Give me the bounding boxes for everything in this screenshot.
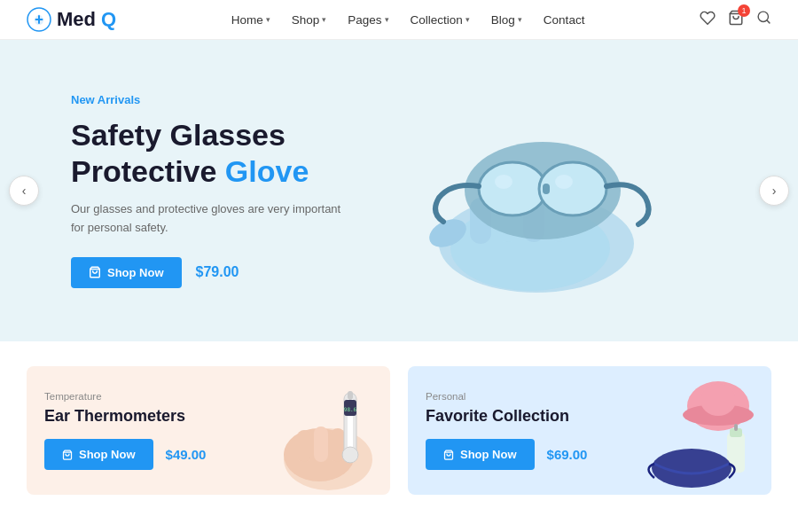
card-tag-thermometer: Temperature [44,391,231,402]
svg-point-16 [495,175,512,189]
card-actions-thermometer: Shop Now $49.00 [44,439,231,470]
hero-section: ‹ New Arrivals Safety Glasses Protective… [0,40,798,341]
nav-home[interactable]: Home ▾ [231,13,270,27]
card-title-collection: Favorite Collection [426,406,612,426]
chevron-down-icon: ▾ [466,15,470,24]
card-tag-collection: Personal [426,391,612,402]
hero-illustration [399,84,683,297]
svg-point-26 [342,447,358,463]
logo-text-med: Med [57,8,96,31]
chevron-down-icon: ▾ [518,15,522,24]
svg-point-13 [479,162,546,215]
svg-rect-22 [314,426,328,462]
chevron-down-icon: ▾ [322,15,326,24]
chevron-down-icon: ▾ [266,15,270,24]
thermometer-shop-button[interactable]: Shop Now [44,439,153,470]
chevron-down-icon: ▾ [385,15,389,24]
product-card-collection: Personal Favorite Collection Shop Now $6… [408,366,771,495]
cart-icon [89,266,101,278]
card-content-thermometer: Temperature Ear Thermometers Shop Now $4… [27,366,248,495]
nav-shop[interactable]: Shop ▾ [292,13,327,27]
nav-contact[interactable]: Contact [544,13,585,27]
collection-svg [630,366,771,495]
nav-collection[interactable]: Collection ▾ [411,13,470,27]
nav-blog[interactable]: Blog ▾ [491,13,522,27]
cart-badge: 1 [738,4,750,17]
cart-button[interactable]: 1 [728,10,744,30]
logo-text-q: Q [101,8,116,31]
header: MedQ Home ▾ Shop ▾ Pages ▾ Collection ▾ … [0,0,798,40]
hero-actions: Shop Now $79.00 [71,257,355,288]
svg-rect-21 [297,430,311,462]
svg-rect-15 [543,184,550,194]
cart-icon-small2 [443,450,454,460]
hero-price: $79.00 [196,264,239,280]
svg-rect-36 [734,424,738,431]
collection-image [630,366,771,495]
products-grid: Temperature Ear Thermometers Shop Now $4… [27,366,771,495]
hero-image-area [355,84,727,297]
card-actions-collection: Shop Now $69.00 [426,439,612,470]
collection-price: $69.00 [547,447,588,462]
products-section: Temperature Ear Thermometers Shop Now $4… [0,341,798,520]
product-card-thermometer: Temperature Ear Thermometers Shop Now $4… [27,366,390,495]
card-content-collection: Personal Favorite Collection Shop Now $6… [408,366,630,495]
wishlist-button[interactable] [700,10,716,29]
hero-next-button[interactable]: › [759,176,789,206]
cart-icon-small [62,450,73,460]
hero-title: Safety Glasses Protective Glove [71,117,355,190]
hero-description: Our glasses and protective gloves are ve… [71,200,355,238]
svg-rect-27 [348,391,353,400]
svg-line-3 [767,20,770,23]
main-nav: Home ▾ Shop ▾ Pages ▾ Collection ▾ Blog … [231,13,585,27]
logo[interactable]: MedQ [27,7,116,32]
svg-point-17 [555,175,573,189]
svg-point-33 [700,384,736,416]
logo-icon [27,7,51,32]
hero-shop-button[interactable]: Shop Now [71,257,182,288]
hero-tag: New Arrivals [71,93,355,106]
header-icons: 1 [700,10,771,30]
search-button[interactable] [756,10,771,29]
thermometer-image: 98.6 [248,366,390,495]
collection-shop-button[interactable]: Shop Now [426,439,535,470]
svg-text:98.6: 98.6 [344,406,357,412]
nav-pages[interactable]: Pages ▾ [348,13,388,27]
hero-content: New Arrivals Safety Glasses Protective G… [71,93,355,287]
card-title-thermometer: Ear Thermometers [44,406,231,426]
thermometer-svg: 98.6 [248,366,390,495]
thermometer-price: $49.00 [166,447,207,462]
hero-prev-button[interactable]: ‹ [9,176,39,206]
